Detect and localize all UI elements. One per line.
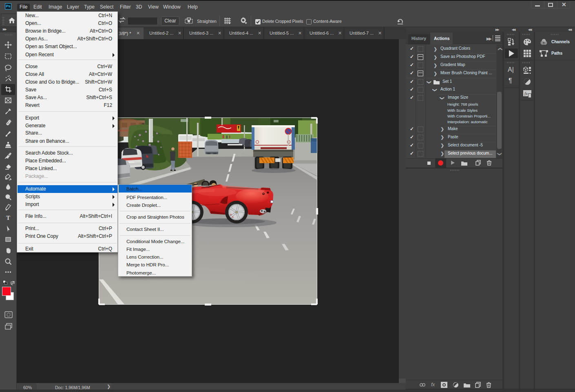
svg-text:fx: fx <box>524 91 528 96</box>
svg-text:T: T <box>6 215 10 221</box>
